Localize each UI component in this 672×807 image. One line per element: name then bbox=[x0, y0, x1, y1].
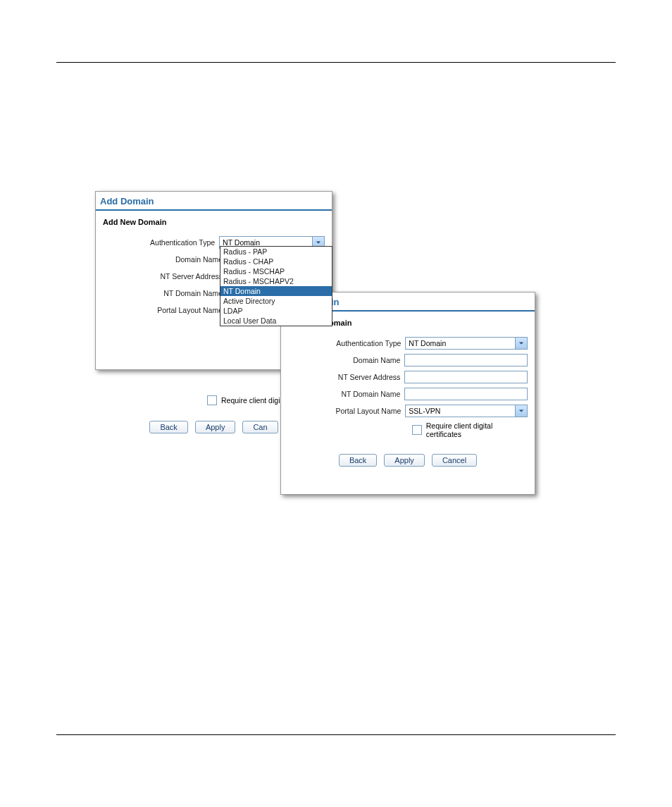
auth-type-dropdown-list[interactable]: Radius - PAP Radius - CHAP Radius - MSCH… bbox=[220, 246, 332, 326]
auth-type-value: NT Domain bbox=[406, 339, 515, 347]
portal-layout-select[interactable]: SSL-VPN bbox=[405, 405, 528, 417]
page-top-rule bbox=[56, 62, 616, 63]
row-nt-server: NT Server Address bbox=[288, 369, 528, 385]
label-portal-layout: Portal Layout Name bbox=[103, 306, 227, 314]
nt-domain-input[interactable] bbox=[404, 388, 528, 400]
dropdown-option[interactable]: Radius - CHAP bbox=[220, 257, 332, 266]
back-button[interactable]: Back bbox=[149, 421, 187, 433]
dropdown-option[interactable]: Radius - PAP bbox=[220, 247, 332, 257]
form-body: Authentication Type NT Domain Domain Nam… bbox=[281, 331, 535, 444]
auth-type-select[interactable]: NT Domain bbox=[405, 337, 528, 350]
label-nt-server: NT Server Address bbox=[103, 272, 227, 281]
label-nt-domain: NT Domain Name bbox=[103, 289, 227, 297]
dialog-subtitle: Add New Domain bbox=[96, 211, 332, 230]
dropdown-option[interactable]: Radius - MSCHAPV2 bbox=[220, 276, 332, 286]
cancel-button[interactable]: Can bbox=[242, 421, 278, 433]
button-bar: Back Apply Cancel bbox=[281, 444, 535, 476]
require-cert-label: Require client digital certificates bbox=[426, 421, 528, 438]
portal-layout-value: SSL-VPN bbox=[406, 407, 515, 415]
page-bottom-rule bbox=[56, 734, 616, 735]
label-nt-domain: NT Domain Name bbox=[288, 390, 404, 398]
row-portal-layout: Portal Layout Name SSL-VPN bbox=[288, 403, 528, 419]
label-portal-layout: Portal Layout Name bbox=[288, 407, 405, 415]
back-button[interactable]: Back bbox=[339, 454, 377, 467]
label-domain-name: Domain Name bbox=[288, 356, 404, 364]
label-auth-type: Authentication Type bbox=[103, 238, 219, 247]
dropdown-option[interactable]: LDAP bbox=[220, 306, 332, 316]
dropdown-option[interactable]: Radius - MSCHAP bbox=[220, 266, 332, 276]
chevron-down-icon[interactable] bbox=[515, 405, 527, 417]
row-nt-domain: NT Domain Name bbox=[288, 386, 528, 402]
dialog-title: Add Domain bbox=[96, 192, 332, 208]
row-domain-name: Domain Name bbox=[288, 352, 528, 368]
dropdown-option-selected[interactable]: NT Domain bbox=[220, 286, 332, 296]
chevron-down-icon[interactable] bbox=[515, 338, 527, 349]
apply-button[interactable]: Apply bbox=[384, 454, 425, 467]
nt-server-input[interactable] bbox=[404, 371, 528, 383]
dropdown-option[interactable]: Active Directory bbox=[220, 296, 332, 306]
require-cert-label: Require client digi bbox=[221, 396, 280, 405]
label-domain-name: Domain Name bbox=[103, 255, 227, 264]
require-cert-checkbox[interactable] bbox=[207, 395, 217, 405]
cancel-button[interactable]: Cancel bbox=[432, 454, 477, 467]
label-auth-type: Authentication Type bbox=[288, 339, 405, 347]
label-nt-server: NT Server Address bbox=[288, 373, 404, 381]
apply-button[interactable]: Apply bbox=[195, 421, 236, 433]
require-cert-checkbox[interactable] bbox=[412, 425, 422, 435]
dropdown-option[interactable]: Local User Data bbox=[220, 316, 332, 326]
checkbox-row: Require client digital certificates bbox=[412, 421, 528, 438]
row-auth-type: Authentication Type NT Domain bbox=[288, 335, 528, 351]
domain-name-input[interactable] bbox=[404, 354, 528, 366]
